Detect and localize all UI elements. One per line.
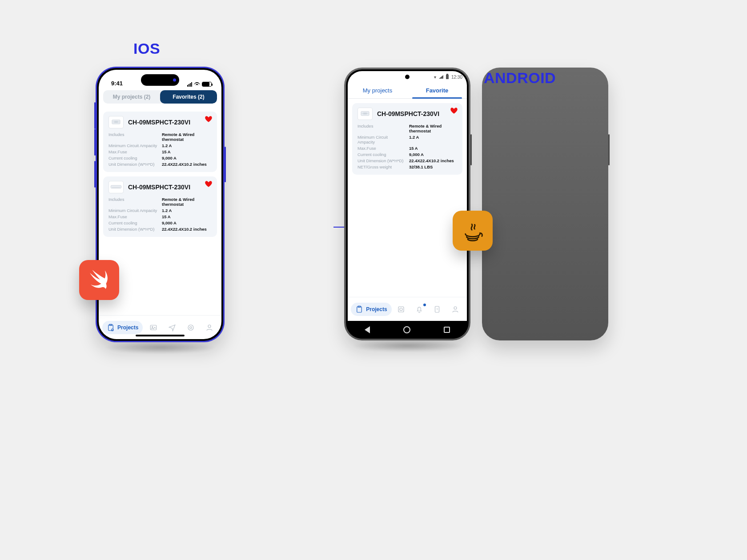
product-title: CH-09MSPHCT-230VI xyxy=(377,110,439,117)
spec-value: Remote & Wired thermostat xyxy=(409,124,457,133)
spec-value: 15 A xyxy=(162,149,212,154)
product-specs: IncludesRemote & Wired thermostatMinimum… xyxy=(108,132,212,167)
spec-value: Remote & Wired thermostat xyxy=(162,132,212,142)
spec-label: Minimum Circuit Ampacity xyxy=(108,208,158,213)
product-title: CH-09MSPHCT-230VI xyxy=(128,119,190,126)
android-content: CH-09MSPHCT-230VIIncludesRemote & Wired … xyxy=(348,99,467,297)
bell-icon xyxy=(415,305,423,313)
android-tabs: My projects Favorite xyxy=(348,83,467,99)
product-thumbnail xyxy=(108,116,124,128)
target-icon xyxy=(187,324,195,332)
ios-segmented-control[interactable]: My projects (2) Favorites (2) xyxy=(103,90,217,104)
platform-label-android: ANDROID xyxy=(482,68,608,340)
dynamic-island xyxy=(141,74,179,86)
product-title: CH-09MSPHCT-230VI xyxy=(128,184,190,191)
spec-value: 32/38.1 LBS xyxy=(409,164,457,169)
svg-rect-4 xyxy=(111,185,121,188)
thermostat-icon xyxy=(397,305,405,313)
spec-value: 22.4X22.4X10.2 inches xyxy=(162,227,212,232)
battery-icon xyxy=(446,75,449,79)
nav-projects-label: Projects xyxy=(117,324,138,331)
svg-point-24 xyxy=(454,307,457,309)
product-thumbnail xyxy=(357,108,373,120)
spec-value: 22.4X22.4X10.2 inches xyxy=(409,158,457,163)
home-button[interactable] xyxy=(403,326,410,333)
battery-icon xyxy=(202,82,212,87)
android-system-nav xyxy=(348,321,467,339)
svg-rect-15 xyxy=(363,112,367,114)
platform-label-ios: IOS xyxy=(133,40,160,57)
person-icon xyxy=(451,305,459,313)
android-camera xyxy=(405,75,410,79)
spec-label: Includes xyxy=(108,197,158,207)
spec-label: Minimum Circuit Ampacity xyxy=(357,135,406,144)
spec-label: Unit Dimension (W*H*D) xyxy=(357,158,406,163)
java-badge xyxy=(453,211,493,251)
spec-label: Minimum Circuit Ampacity xyxy=(108,143,158,148)
spec-label: Current cooling xyxy=(108,220,158,225)
tab-my-projects[interactable]: My projects xyxy=(348,83,407,98)
spec-label: Max.Fuse xyxy=(357,146,406,151)
spec-label: Max.Fuse xyxy=(108,149,158,154)
product-card[interactable]: CH-09MSPHCT-230VIIncludesRemote & Wired … xyxy=(103,112,217,172)
cell-signal-icon xyxy=(439,75,443,79)
android-time: 12:30 xyxy=(451,75,462,80)
product-specs: IncludesRemote & Wired thermostatMinimum… xyxy=(357,124,457,169)
nav-gallery[interactable] xyxy=(145,321,162,334)
plane-icon xyxy=(168,324,176,332)
swift-badge xyxy=(79,260,119,300)
favorite-toggle[interactable] xyxy=(450,107,458,116)
wifi-icon xyxy=(194,82,200,87)
spec-value: 22.4X22.4X10.2 inches xyxy=(162,162,212,167)
product-card[interactable]: CH-09MSPHCT-230VIIncludesRemote & Wired … xyxy=(103,176,217,237)
home-indicator xyxy=(136,335,185,336)
spec-label: Current cooling xyxy=(357,152,406,157)
tab-favorite[interactable]: Favorite xyxy=(407,83,467,98)
product-card[interactable]: CH-09MSPHCT-230VIIncludesRemote & Wired … xyxy=(352,103,462,175)
clipboard-icon xyxy=(355,305,363,313)
spec-value: 1.2 A xyxy=(162,143,212,148)
spec-value: 1.2 A xyxy=(409,135,457,144)
seg-favorites[interactable]: Favorites (2) xyxy=(160,90,217,104)
svg-point-10 xyxy=(152,326,153,327)
iphone-device: 9:41 My projects (2) Favorites (2) CH-09… xyxy=(96,67,225,342)
spec-label: Includes xyxy=(357,124,406,133)
ios-time: 9:41 xyxy=(111,80,123,87)
back-button[interactable] xyxy=(365,326,370,333)
java-icon xyxy=(460,218,486,244)
product-thumbnail xyxy=(108,181,124,193)
nav-target[interactable] xyxy=(182,321,199,334)
svg-rect-1 xyxy=(114,121,118,123)
nav-profile[interactable] xyxy=(447,303,464,316)
nav-alerts[interactable] xyxy=(411,303,428,316)
favorite-toggle[interactable] xyxy=(205,180,213,190)
nav-projects[interactable]: Projects xyxy=(102,321,143,334)
android-bottom-nav: Projects ? xyxy=(348,297,467,321)
wifi-icon: ▾ xyxy=(434,75,436,80)
svg-point-21 xyxy=(400,308,402,311)
spec-value: 1.2 A xyxy=(162,208,212,213)
nav-profile[interactable] xyxy=(201,321,218,334)
cell-signal-icon xyxy=(187,82,192,87)
svg-point-12 xyxy=(190,326,192,328)
spec-label: Unit Dimension (W*H*D) xyxy=(108,227,158,232)
spec-label: Current cooling xyxy=(108,156,158,160)
svg-point-11 xyxy=(188,325,193,330)
spec-label: Unit Dimension (W*H*D) xyxy=(108,162,158,167)
favorite-toggle[interactable] xyxy=(205,115,213,125)
document-icon: ? xyxy=(433,305,441,313)
person-icon xyxy=(205,324,213,332)
nav-chat[interactable] xyxy=(164,321,181,334)
comparison-stage: IOS ANDROID Или 9:41 My projects (2) Fav… xyxy=(0,0,747,560)
svg-text:?: ? xyxy=(436,308,438,311)
clipboard-icon xyxy=(107,324,115,332)
recents-button[interactable] xyxy=(444,327,450,333)
nav-docs[interactable]: ? xyxy=(429,303,446,316)
swift-icon xyxy=(86,267,112,293)
spec-value: 15 A xyxy=(409,146,457,151)
nav-thermostat[interactable] xyxy=(393,303,410,316)
nav-projects[interactable]: Projects xyxy=(351,303,391,316)
spec-label: NET/Gross weight xyxy=(357,164,406,169)
nav-projects-label: Projects xyxy=(366,306,387,312)
seg-my-projects[interactable]: My projects (2) xyxy=(103,90,160,104)
